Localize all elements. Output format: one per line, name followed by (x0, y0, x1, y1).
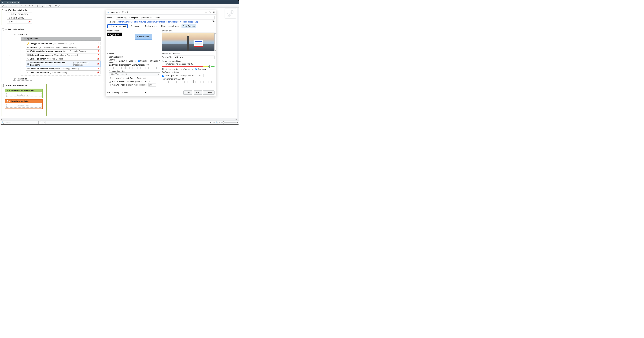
app-session-header[interactable]: − ▭ App Session (20, 37, 101, 41)
collapse-icon[interactable]: − (2, 28, 4, 31)
search-prev-button[interactable]: ∧ (38, 121, 41, 124)
performance-limit-slider[interactable] (162, 81, 214, 83)
required-precision-slider[interactable] (162, 66, 214, 67)
truck-icon[interactable] (36, 4, 38, 7)
name-input[interactable] (116, 16, 214, 20)
connector-dot[interactable]: − (9, 55, 11, 57)
help-icon[interactable]: ? (212, 21, 214, 23)
document-tab[interactable]: *Login to AMS ✕ (1, 1, 20, 4)
redo-icon[interactable]: ↷ (14, 4, 18, 7)
bw-threshold-slider[interactable] (108, 67, 160, 69)
delete-icon[interactable]: ✕ (28, 4, 30, 7)
up-icon[interactable]: ⇧ (20, 4, 23, 7)
hide-mouse-checkbox[interactable] (108, 81, 111, 83)
drop-zone[interactable]: Drop Items here... (6, 93, 42, 97)
canvas-scrollbar-h[interactable]: ◀▶ (0, 118, 237, 120)
test-button[interactable]: Test (184, 91, 192, 95)
workflow-step-row[interactable]: ↖Click login button (Click App Element)📌 (26, 57, 100, 61)
pin-icon[interactable]: 📍 (97, 43, 99, 45)
activity-parameters-item[interactable]: ⸬ Activity Parameters (7, 12, 32, 16)
workflow-final-header[interactable]: − ⚑ Workflow Finalization (2, 84, 46, 87)
pin-icon[interactable]: 📌 (28, 21, 30, 23)
search-input[interactable] (5, 121, 29, 124)
wait-time-input[interactable] (148, 83, 156, 87)
maximize-icon[interactable]: ▢ (209, 11, 211, 14)
interrupt-time-input[interactable] (197, 74, 204, 77)
error-handling-dropdown[interactable]: Normal▾ (121, 91, 147, 94)
play-icon[interactable]: ▷ (45, 4, 48, 7)
zoom-slider[interactable] (221, 122, 236, 123)
wait-steady-checkbox[interactable] (108, 84, 111, 86)
collapse-icon[interactable]: − (2, 84, 4, 87)
pin-icon[interactable]: 📌 (97, 58, 99, 60)
workflow-step-row[interactable]: ↖Click continue button (Click App Elemen… (26, 71, 100, 74)
undo-icon[interactable]: ↶ (11, 4, 14, 7)
down-icon[interactable]: ⇩ (24, 4, 27, 7)
pin-icon[interactable]: 📌 (97, 63, 99, 65)
copy-icon[interactable] (1, 4, 4, 7)
workflow-step-row[interactable]: ⌨Enter AMS user password (Keystrokes to … (26, 53, 100, 57)
activity-workflow-header[interactable]: − ≣ Activity Workflow (2, 28, 104, 31)
workflow-failed-header[interactable]: − ⊘ Workflow run failed (6, 100, 42, 103)
transaction-start[interactable]: ⇄ Transaction (12, 33, 32, 36)
workflow-step-row[interactable]: ▦Wait for AMS login screen to appear (Im… (26, 50, 100, 53)
print-icon[interactable] (54, 4, 57, 7)
workflow-init-header[interactable]: − ⚙ Workflow Initialization (2, 9, 33, 12)
use-general-timeout-checkbox[interactable] (108, 77, 111, 79)
pattern-gallery-item[interactable]: ▦ Pattern Gallery (7, 16, 32, 20)
wizard-titlebar[interactable]: ⟲ Image search Wizard — ▢ ✕ (106, 10, 216, 15)
collapse-icon[interactable]: − (2, 9, 4, 11)
settings-item[interactable]: ⚙ Settings 📌 (7, 20, 32, 24)
minimize-icon[interactable]: — (204, 11, 207, 14)
wand-icon[interactable]: ✎ (32, 4, 34, 7)
workflow-step-row[interactable]: ▷Run AMS (Run Program ASI.SMART.Client.F… (26, 46, 100, 49)
close-icon[interactable]: ✕ (213, 11, 215, 14)
search-area-scrollbar[interactable]: ▲▼ (215, 33, 217, 51)
cancel-button[interactable]: Cancel (203, 91, 214, 95)
workflow-step-row[interactable]: ⌨Enter AMS database name (Keystrokes to … (26, 67, 100, 71)
pin-icon[interactable]: 📌 (97, 50, 99, 52)
pin-icon[interactable]: 📌 (97, 72, 99, 74)
appear-radio[interactable]: Appear (182, 68, 190, 70)
tab-close-icon[interactable]: ✕ (18, 2, 19, 4)
collapse-icon[interactable]: − (7, 100, 8, 103)
zoom-magnifier-icon[interactable]: 🔍 (216, 121, 218, 124)
collapse-icon[interactable]: − (7, 89, 8, 92)
mode-colour[interactable]: Colour (116, 60, 124, 62)
workflow-step-row[interactable]: ▦Wait for login to complete (login scree… (26, 61, 100, 67)
canvas-scrollbar-v[interactable]: ▲▼ (237, 8, 239, 120)
tab-show-borders[interactable]: Show Borders (182, 25, 196, 28)
tab-pattern-image[interactable]: Pattern image (144, 25, 158, 28)
search-next-button[interactable]: ∨ (42, 121, 46, 124)
transaction-end[interactable]: ⇄ Transaction (12, 77, 32, 81)
search-area-preview[interactable] (162, 33, 214, 51)
disappear-radio[interactable]: Disappear (195, 68, 206, 70)
timeout-input[interactable] (142, 77, 149, 80)
drop-zone[interactable]: Drop Items here... (6, 104, 42, 108)
compare-precision-dropdown[interactable]: 100% (Exact match)▾ (108, 73, 160, 76)
collapse-icon[interactable]: − (22, 38, 23, 40)
ok-button[interactable]: OK (194, 91, 202, 95)
tab-search-area[interactable]: Search area (129, 25, 142, 28)
workflow-succeeded-header[interactable]: − ✔ Workflow run succeeded (6, 89, 42, 92)
load-optimizer-checkbox[interactable] (162, 75, 164, 77)
mode-contour-p[interactable]: Contour P (149, 60, 160, 62)
pin-icon[interactable]: 📍 (97, 54, 99, 56)
step-path-link[interactable]: Activity Workflow/Transaction/App Sessio… (118, 21, 198, 23)
check-search-button[interactable]: Check Search (134, 34, 152, 40)
zoom-in-icon[interactable]: + (236, 121, 238, 124)
tab-refresh-search-area[interactable]: Refresh search area (160, 25, 180, 28)
diamond-icon[interactable]: ◇ (41, 4, 44, 7)
binoculars-icon[interactable]: 🔍 (2, 121, 4, 124)
relative-to-dropdown[interactable]: < None >▾ (174, 56, 214, 59)
pin-icon[interactable]: 📌 (97, 46, 99, 49)
bug-icon[interactable] (49, 4, 52, 7)
paste-icon[interactable] (5, 4, 8, 7)
wrench-icon[interactable] (58, 4, 61, 7)
mode-contour[interactable]: Contour (138, 60, 147, 62)
pin-icon[interactable]: 📍 (97, 68, 99, 70)
tab-start-from-scratch[interactable]: ⋮ Start from scratch (107, 25, 128, 28)
workflow-step-row[interactable]: 🔑Decrypt AMS credentials (User Account D… (26, 42, 100, 45)
zoom-out-icon[interactable]: − (219, 121, 220, 124)
mode-gradient[interactable]: Gradient (126, 60, 136, 62)
